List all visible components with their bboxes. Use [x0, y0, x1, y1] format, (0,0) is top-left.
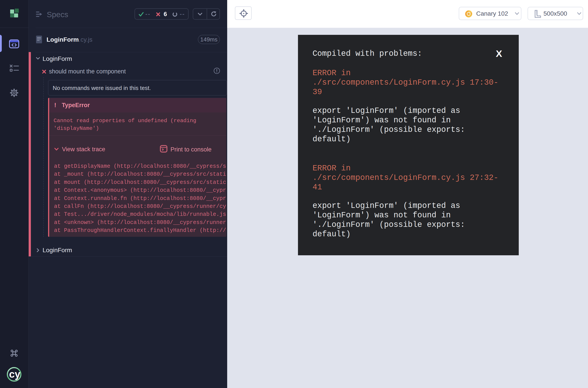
svg-text:cy: cy — [9, 368, 21, 380]
